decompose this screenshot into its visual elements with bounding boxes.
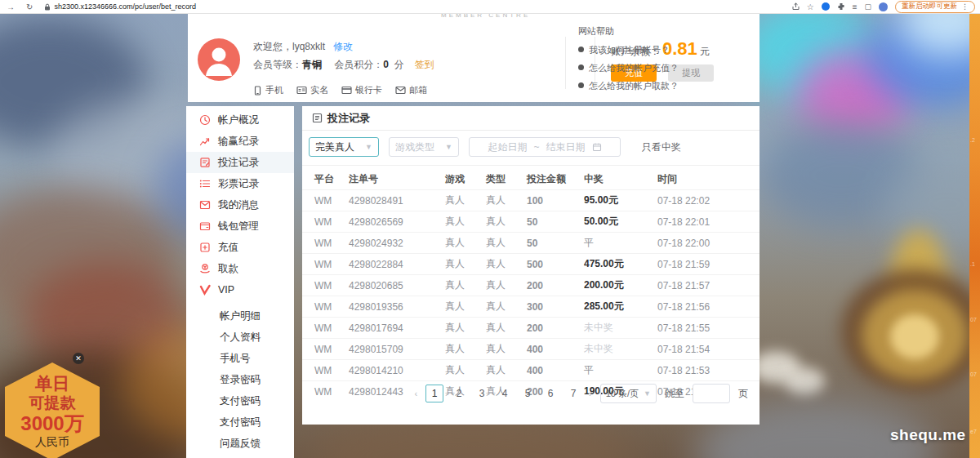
wallet-icon	[199, 220, 211, 232]
cell-platform: WM	[302, 381, 349, 402]
page-size-select[interactable]: 10 条/页 ▼	[600, 384, 657, 403]
sidebar-item-投注记录[interactable]: 投注记录	[186, 152, 294, 173]
next-page-icon[interactable]: ›	[589, 389, 592, 398]
cell-platform: WM	[302, 360, 349, 381]
sidebar-item-充值[interactable]: 充值	[186, 237, 294, 258]
help-item[interactable]: 我该如何注册帐号？	[578, 44, 754, 56]
promo-line1: 单日	[35, 374, 69, 394]
profile-avatar-icon[interactable]	[879, 2, 888, 11]
sidebar-subitem-问题反馈[interactable]: 问题反馈	[186, 433, 294, 454]
start-date-placeholder: 起始日期	[488, 140, 527, 154]
page-button-5[interactable]: 5	[520, 385, 535, 402]
help-item[interactable]: 怎么给我的帐户取款？	[578, 80, 754, 92]
signin-link[interactable]: 签到	[415, 59, 434, 70]
cell-game: 真人	[445, 254, 486, 275]
cell-time: 07-18 22:01	[657, 211, 760, 233]
reload-icon[interactable]: ↻	[26, 2, 33, 11]
sidebar-item-输赢纪录[interactable]: 输赢纪录	[186, 131, 294, 152]
cell-type: 真人	[486, 211, 527, 233]
side-panel-icon[interactable]: ▢	[864, 2, 871, 11]
platform-select[interactable]: 完美真人 ▼	[309, 137, 379, 157]
sidebar-item-label: 投注记录	[218, 156, 259, 170]
page-button-7[interactable]: 7	[566, 385, 581, 402]
bet-record-panel: 投注记录 完美真人 ▼ 游戏类型 ▼ 起始日期 ~ 结束日期 只看中奖 平台注单…	[302, 106, 760, 425]
help-item[interactable]: 怎么给我的帐户充值？	[578, 62, 754, 74]
jump-page-input[interactable]	[693, 384, 730, 403]
idcard-icon	[296, 86, 307, 95]
cell-game: 真人	[445, 339, 486, 360]
extension-badge-icon[interactable]	[822, 2, 830, 11]
help-title: 网站帮助	[578, 25, 754, 38]
table-row: WM4298026569真人真人5050.00元07-18 22:01	[302, 211, 760, 233]
update-browser-button[interactable]: 重新启动即可更新 ⋮	[895, 1, 975, 13]
sidebar-item-我的消息[interactable]: 我的消息	[186, 194, 294, 216]
cell-game: 真人	[445, 318, 486, 339]
sidebar-subitem-支付密码[interactable]: 支付密码	[186, 411, 294, 433]
lock-icon	[44, 3, 51, 11]
cell-game: 真人	[445, 190, 486, 211]
verify-item-label: 银行卡	[355, 84, 382, 96]
username: lyq8xklt	[292, 41, 325, 52]
cell-order: 4298017694	[349, 318, 445, 339]
prev-page-icon[interactable]: ‹	[414, 389, 417, 398]
cell-win: 95.00元	[584, 190, 657, 211]
sidebar-item-label: 帐户概况	[218, 113, 259, 127]
cell-platform: WM	[302, 254, 349, 275]
reading-list-icon[interactable]: ≡	[853, 2, 858, 11]
modify-link[interactable]: 修改	[333, 41, 353, 52]
cell-time: 07-18 22:02	[657, 190, 760, 211]
cell-order: 4298024932	[349, 233, 445, 254]
date-range-input[interactable]: 起始日期 ~ 结束日期	[469, 137, 621, 157]
bookmark-star-icon[interactable]: ☆	[807, 2, 814, 11]
cell-time: 07-18 21:57	[657, 275, 760, 296]
sidebar-subitem-手机号[interactable]: 手机号	[186, 348, 294, 369]
cell-win: 平	[584, 360, 657, 381]
page-button-2[interactable]: 2	[452, 385, 466, 402]
cell-amount: 400	[527, 339, 584, 360]
cell-amount: 100	[527, 190, 584, 211]
cell-game: 真人	[445, 275, 486, 296]
table-body: WM4298028491真人真人10095.00元07-18 22:02WM42…	[302, 190, 760, 402]
cell-platform: WM	[302, 318, 349, 339]
winloss-icon	[199, 136, 211, 147]
game-type-select[interactable]: 游戏类型 ▼	[389, 137, 459, 157]
bet-table: 平台注单号游戏类型投注金额中奖时间 WM4298028491真人真人10095.…	[302, 168, 760, 402]
cell-type: 真人	[486, 360, 527, 381]
sidebar-item-钱包管理[interactable]: 钱包管理	[186, 216, 294, 237]
sidebar: 帐户概况输赢纪录投注记录彩票记录我的消息钱包管理充值取款VIP 帐户明细个人资料…	[186, 106, 294, 458]
recharge-icon	[199, 242, 211, 253]
record-list-icon	[312, 113, 323, 123]
sidebar-subitem-个人资料[interactable]: 个人资料	[186, 327, 294, 348]
page-button-3[interactable]: 3	[474, 385, 489, 402]
sidebar-item-取款[interactable]: 取款	[186, 258, 294, 279]
page-button-6[interactable]: 6	[543, 385, 558, 402]
table-header-cell: 注单号	[349, 168, 445, 190]
sidebar-item-帐户概况[interactable]: 帐户概况	[186, 109, 294, 131]
member-centre-label: MEMBER CENTRE	[441, 14, 530, 19]
sidebar-subitem-支付密码[interactable]: 支付密码	[186, 390, 294, 411]
divider	[565, 37, 566, 89]
chevron-down-icon: ▼	[445, 143, 452, 151]
sidebar-item-彩票记录[interactable]: 彩票记录	[186, 173, 294, 194]
share-icon[interactable]	[792, 2, 800, 11]
win-only-filter[interactable]: 只看中奖	[642, 140, 681, 154]
address-bar[interactable]: sh2300.x12346666.com/pc/user/bet_record	[44, 2, 196, 11]
sidebar-subitem-登录密码[interactable]: 登录密码	[186, 369, 294, 390]
browser-menu-icon[interactable]: ⋮	[961, 2, 969, 11]
table-row: WM4298024932真人真人50平07-18 22:00	[302, 233, 760, 254]
forward-icon[interactable]: →	[7, 2, 15, 11]
page-button-1[interactable]: 1	[425, 385, 443, 402]
sidebar-item-VIP[interactable]: VIP	[186, 279, 294, 300]
platform-select-value: 完美真人	[315, 140, 354, 154]
verify-item: 邮箱	[395, 84, 427, 96]
sidebar-item-label: 我的消息	[218, 198, 259, 212]
page-button-4[interactable]: 4	[497, 385, 512, 402]
cell-time: 07-18 21:56	[657, 296, 760, 318]
puzzle-icon[interactable]	[837, 2, 845, 11]
points-unit: 分	[394, 59, 403, 70]
right-edge-banner: .2.10707e7	[969, 0, 980, 458]
sidebar-subitem-帐户明细[interactable]: 帐户明细	[186, 305, 294, 327]
promo-close-icon[interactable]: ✕	[73, 353, 84, 364]
sidebar-menu: 帐户概况输赢纪录投注记录彩票记录我的消息钱包管理充值取款VIP	[186, 109, 294, 300]
url-text: sh2300.x12346666.com/pc/user/bet_record	[54, 2, 196, 11]
